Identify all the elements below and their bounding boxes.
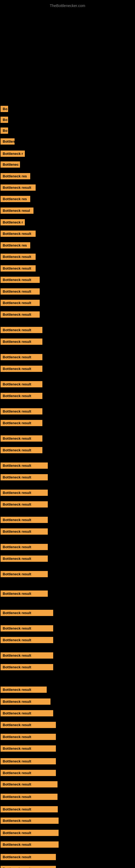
bottleneck-result-row: Bottleneck r	[1, 151, 25, 158]
bottleneck-result-row: Bottleneck result	[1, 381, 42, 389]
bottleneck-result-row: Bottleneck res	[1, 242, 30, 250]
bottleneck-result-label: Bottleneck result	[1, 277, 40, 283]
bottleneck-result-label: Bottleneck result	[1, 339, 42, 345]
bottleneck-result-label: Bottleneck result	[1, 254, 36, 260]
bottleneck-result-label: Bottleneck result	[1, 841, 58, 848]
bottleneck-result-row: Bottlen	[1, 138, 14, 146]
bottleneck-result-row: Bottleneck result	[1, 817, 58, 825]
bottleneck-result-row: Bottleneck resul	[1, 208, 34, 215]
bottleneck-result-label: Bottleneck result	[1, 722, 56, 728]
bottleneck-result-label: Bottleneck result	[1, 664, 53, 670]
bottleneck-result-row: Bottleneck result	[1, 758, 56, 766]
bottleneck-result-row: Bo	[1, 127, 8, 135]
bottleneck-result-row: Bottleneck result	[1, 590, 48, 598]
bottleneck-result-row: Bottleneck result	[1, 327, 42, 334]
bottleneck-result-row: Bo	[1, 117, 8, 124]
bottleneck-result-row: Bottleneck result	[1, 311, 40, 319]
bottleneck-result-row: Bottleneck result	[1, 300, 40, 307]
bottleneck-result-row: Bottlenec	[1, 161, 20, 169]
bottleneck-result-label: Bottleneck result	[1, 652, 53, 659]
bottleneck-result-label: Bottleneck result	[1, 474, 48, 480]
bottleneck-result-row: Bottleneck result	[1, 794, 57, 801]
bottleneck-result-label: Bottlen	[1, 138, 14, 145]
bottleneck-result-row: Bottleneck result	[1, 184, 36, 192]
bottleneck-result-row: Bottleneck result	[1, 277, 40, 284]
bottleneck-result-label: Bottleneck result	[1, 556, 48, 562]
bottleneck-result-label: Bottleneck result	[1, 734, 56, 740]
bottleneck-result-row: Bottleneck result	[1, 447, 42, 454]
bottleneck-result-row: Bottleneck result	[1, 710, 53, 717]
bottleneck-result-label: Bottleneck result	[1, 517, 48, 523]
bottleneck-result-label: Bottleneck result	[1, 501, 48, 507]
bottleneck-result-label: Bottleneck result	[1, 300, 40, 306]
bottleneck-result-label: Bottleneck result	[1, 311, 40, 318]
bottleneck-result-label: Bottleneck result	[1, 710, 53, 716]
bottleneck-result-label: Bottleneck result	[1, 354, 42, 360]
bottleneck-result-row: Bottleneck result	[1, 841, 58, 849]
bottleneck-result-label: Bottleneck result	[1, 758, 56, 764]
bottleneck-result-label: Bo	[1, 117, 8, 123]
bottleneck-result-label: Bottleneck result	[1, 830, 58, 836]
bottleneck-result-row: Bottleneck result	[1, 501, 48, 508]
site-title: TheBottlenecker.com	[0, 1, 135, 10]
bottleneck-result-row: Bottleneck result	[1, 637, 53, 644]
bottleneck-result-row: Bottleneck result	[1, 699, 50, 706]
bottleneck-result-row: Bottleneck result	[1, 556, 48, 563]
bottleneck-result-row: Bottleneck result	[1, 781, 57, 788]
bottleneck-result-row: Bottleneck result	[1, 408, 42, 415]
bottleneck-result-row: Bottleneck result	[1, 544, 48, 551]
bottleneck-result-row: Bottleneck result	[1, 435, 42, 443]
bottleneck-result-label: Bottleneck result	[1, 366, 42, 372]
bottleneck-result-label: Bottleneck r	[1, 219, 25, 225]
bottleneck-result-label: Bottleneck res	[1, 242, 30, 248]
bottleneck-result-label: Bottleneck result	[1, 610, 53, 616]
bottleneck-result-label: Bottleneck result	[1, 435, 42, 442]
bottleneck-result-row: Bottleneck result	[1, 463, 48, 470]
bottleneck-result-label: Bottleneck result	[1, 463, 48, 469]
bottleneck-result-label: Bottleneck result	[1, 447, 42, 453]
bottleneck-result-label: Bottleneck result	[1, 590, 48, 597]
bottleneck-result-label: Bottleneck result	[1, 230, 36, 237]
bottleneck-result-row: Bottleneck result	[1, 770, 56, 777]
bottleneck-result-row: Bottleneck result	[1, 686, 47, 694]
bottleneck-result-row: Bottleneck result	[1, 745, 56, 753]
bottleneck-result-label: Bottleneck result	[1, 699, 50, 705]
bottleneck-result-label: Bottleneck r	[1, 151, 25, 157]
bottleneck-result-row: Bottleneck result	[1, 490, 48, 497]
bottleneck-result-label: Bottleneck result	[1, 544, 48, 550]
bottleneck-result-label: Bottleneck result	[1, 794, 57, 800]
bottleneck-result-label: Bottleneck result	[1, 686, 47, 693]
bottleneck-result-label: Bottleneck result	[1, 637, 53, 643]
bottleneck-result-label: Bottleneck result	[1, 184, 36, 191]
bottleneck-result-label: Bottleneck result	[1, 571, 48, 577]
bottleneck-result-row: Bottleneck result	[1, 664, 53, 671]
bottleneck-result-row: Bottleneck result	[1, 254, 36, 261]
bottleneck-result-row: Bottleneck result	[1, 571, 48, 578]
bottleneck-result-label: Bottleneck result	[1, 781, 57, 787]
bottleneck-result-label: Bottleneck result	[1, 528, 48, 535]
bottleneck-result-label: Bottleneck result	[1, 806, 58, 812]
bottleneck-result-label: Bottleneck result	[1, 408, 42, 414]
bottleneck-result-label: Bottleneck result	[1, 625, 53, 631]
bottleneck-result-row: Bo	[1, 106, 8, 113]
bottleneck-result-row: Bottleneck result	[1, 806, 58, 813]
bottleneck-result-row: Bottleneck result	[1, 528, 48, 536]
bottleneck-result-label: Bottleneck result	[1, 854, 56, 860]
bottleneck-result-label: Bo	[1, 106, 8, 112]
bottleneck-result-row: Bottleneck result	[1, 830, 58, 837]
bottleneck-result-label: Bottleneck result	[1, 490, 48, 496]
bottleneck-result-label: Bottleneck result	[1, 288, 40, 294]
bottleneck-result-row: Bottleneck result	[1, 339, 42, 346]
bottleneck-result-row: Bottleneck result	[1, 722, 56, 729]
bottleneck-result-row: Bottleneck result	[1, 610, 53, 617]
bottleneck-result-row: Bottleneck result	[1, 230, 36, 238]
bottleneck-result-row: Bottleneck res	[1, 173, 30, 180]
bottleneck-result-label: Bottleneck result	[1, 265, 36, 272]
bottleneck-result-label: Bottleneck result	[1, 745, 56, 752]
bottleneck-result-label: Bottlenec	[1, 161, 20, 167]
bottleneck-result-row: Bottleneck result	[1, 265, 36, 273]
bottleneck-result-row: Bottleneck result	[1, 854, 56, 861]
bottleneck-result-label: Bottleneck resul	[1, 208, 34, 214]
bottleneck-result-row: Bottleneck result	[1, 288, 40, 296]
bottleneck-result-label: Bottleneck result	[1, 817, 58, 824]
